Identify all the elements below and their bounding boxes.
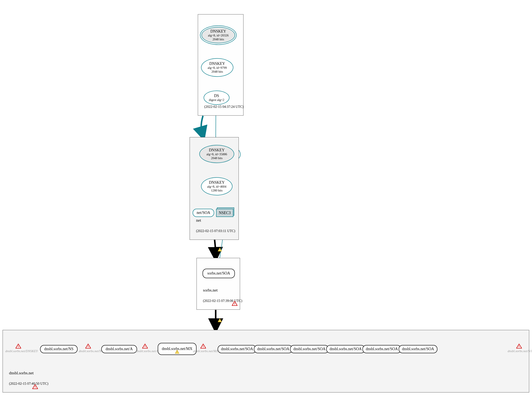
error-icon: ! <box>142 344 148 348</box>
node-label: sorbs.net/SOA <box>207 271 230 276</box>
node-net-ksk: DNSKEY alg=8, id=35886 2048 bits <box>199 145 234 163</box>
node-label: dnsbl.sorbs.net/SOA <box>221 347 253 352</box>
node-label: dnsbl.sorbs.net/SOA <box>257 347 289 352</box>
node-dnsbl-soa-3: dnsbl.sorbs.net/SOA <box>290 345 329 353</box>
zone-dnsbl: dnsbl.sorbs.net (2022-02-15 07:40:50 UTC… <box>3 330 529 392</box>
ghost-dnskey: dnsbl.sorbs.net/DNSKEY <box>4 349 39 353</box>
zone-dnsbl-label: dnsbl.sorbs.net (2022-02-15 07:40:50 UTC… <box>5 365 48 391</box>
ghost-soa: dnsbl.sorbs.net/SOA <box>505 349 532 353</box>
node-title: DNSKEY <box>210 29 226 34</box>
node-dnsbl-soa-5: dnsbl.sorbs.net/SOA <box>363 345 401 353</box>
node-sorbs-soa: sorbs.net/SOA <box>203 269 235 278</box>
node-sub1: alg=8, id=4604 <box>207 185 226 188</box>
node-sub2: 1280 bits <box>211 189 223 192</box>
svg-text:!: ! <box>220 248 220 251</box>
svg-text:!: ! <box>234 302 235 305</box>
node-root-zsk: DNSKEY alg=8, id=9799 2048 bits <box>201 58 233 77</box>
node-sub2: 2048 bits <box>212 37 224 41</box>
node-label: dnsbl.sorbs.net/SOA <box>293 347 325 352</box>
svg-text:!: ! <box>35 385 36 389</box>
node-label: dnsbl.sorbs.net/SOA <box>366 347 398 352</box>
svg-text:!: ! <box>145 345 145 348</box>
node-sub2: 2048 bits <box>211 70 223 74</box>
error-icon: ! <box>16 344 21 348</box>
ghost-mx: dnsbl.sorbs.net/MX <box>190 349 221 353</box>
node-label: net/SOA <box>197 211 210 215</box>
ghost-a: dnsbl.sorbs.net/A <box>133 349 161 353</box>
node-dnsbl-soa-4: dnsbl.sorbs.net/SOA <box>326 345 365 353</box>
node-root-ds: DS digest alg=2 <box>204 91 230 105</box>
node-title: DNSKEY <box>209 180 224 185</box>
node-label: NSEC3 <box>219 211 230 215</box>
warning-icon: ! <box>175 350 179 354</box>
node-dnsbl-ns: dnsbl.sorbs.net/NS <box>40 345 78 353</box>
svg-text:!: ! <box>203 345 204 348</box>
error-icon: ! <box>85 344 91 348</box>
node-nsec3: NSEC3 <box>216 209 233 217</box>
node-dnsbl-soa-2: dnsbl.sorbs.net/SOA <box>254 345 293 353</box>
node-sub1: alg=8, id=20326 <box>208 34 229 37</box>
node-title: DS <box>214 93 219 98</box>
node-dnsbl-a: dnsbl.sorbs.net/A <box>101 345 137 353</box>
svg-text:!: ! <box>18 345 19 348</box>
node-sub2: 2048 bits <box>211 156 223 160</box>
error-icon: ! <box>200 344 206 348</box>
error-icon: ! <box>32 384 38 389</box>
node-net-soa: net/SOA <box>193 209 214 217</box>
node-sub1: alg=8, id=9799 <box>208 66 227 70</box>
svg-text:!: ! <box>88 345 89 348</box>
node-label: dnsbl.sorbs.net/A <box>106 347 133 352</box>
error-icon: ! <box>516 344 522 348</box>
node-dnsbl-soa-6: dnsbl.sorbs.net/SOA <box>399 345 437 353</box>
svg-text:!: ! <box>177 351 178 353</box>
warning-icon: ! <box>218 248 222 251</box>
node-label: dnsbl.sorbs.net/NS <box>44 347 73 352</box>
node-title: DNSKEY <box>209 148 224 153</box>
node-dnsbl-soa-1: dnsbl.sorbs.net/SOA <box>218 345 256 353</box>
node-label: dnsbl.sorbs.net/SOA <box>402 347 434 352</box>
svg-text:!: ! <box>220 319 220 322</box>
node-sub1: alg=8, id=35886 <box>206 152 227 156</box>
svg-text:!: ! <box>519 345 520 348</box>
error-icon: ! <box>232 301 237 306</box>
node-label: dnsbl.sorbs.net/SOA <box>329 347 362 352</box>
warning-icon: ! <box>218 318 222 322</box>
node-sub1: digest alg=2 <box>209 98 224 102</box>
node-title: DNSKEY <box>209 62 225 66</box>
node-net-zsk: DNSKEY alg=8, id=4604 1280 bits <box>201 177 232 195</box>
node-root-ksk: DNSKEY alg=8, id=20326 2048 bits <box>200 25 236 45</box>
